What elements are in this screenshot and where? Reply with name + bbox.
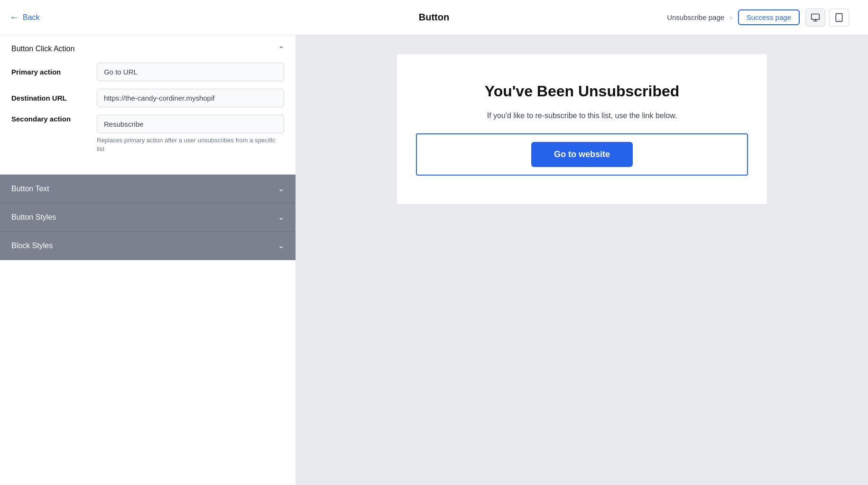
- nav-page-unsubscribe[interactable]: Unsubscribe page: [667, 13, 724, 21]
- preview-subtext: If you'd like to re-subscribe to this li…: [487, 112, 677, 120]
- primary-action-input[interactable]: [97, 63, 284, 81]
- tablet-icon: [834, 13, 844, 22]
- desktop-view-button[interactable]: [805, 9, 825, 27]
- block-styles-chevron-icon: ⌄: [278, 241, 284, 250]
- primary-action-label: Primary action: [11, 68, 97, 76]
- nav-chevron-icon: ›: [730, 14, 732, 21]
- back-link[interactable]: Back: [23, 13, 40, 22]
- svg-rect-0: [812, 14, 820, 19]
- preview-heading: You've Been Unsubscribed: [485, 83, 680, 100]
- svg-rect-3: [836, 13, 842, 21]
- button-styles-chevron-icon: ⌄: [278, 213, 284, 222]
- preview-card: You've Been Unsubscribed If you'd like t…: [397, 54, 767, 204]
- button-text-section: Button Text ⌄: [0, 175, 295, 203]
- view-controls: [805, 9, 849, 27]
- button-click-action-header: Button Click Action ⌃: [11, 45, 284, 53]
- primary-action-row: Primary action: [11, 63, 284, 81]
- secondary-help-text: Replaces primary action after a user uns…: [97, 136, 284, 153]
- button-styles-title: Button Styles: [11, 213, 56, 222]
- button-click-action-section: Button Click Action ⌃ Primary action Des…: [0, 35, 295, 175]
- tablet-view-button[interactable]: [829, 9, 849, 27]
- block-styles-header[interactable]: Block Styles ⌄: [0, 232, 295, 260]
- nav-left: ← Back: [9, 12, 40, 23]
- left-panel: Button Click Action ⌃ Primary action Des…: [0, 35, 296, 485]
- button-styles-header[interactable]: Button Styles ⌄: [0, 203, 295, 231]
- collapse-icon[interactable]: ⌃: [278, 45, 284, 53]
- desktop-icon: [811, 13, 820, 22]
- page-title: Button: [419, 12, 449, 23]
- secondary-action-label: Secondary action: [11, 115, 97, 123]
- block-styles-title: Block Styles: [11, 242, 53, 250]
- button-text-header[interactable]: Button Text ⌄: [0, 175, 295, 203]
- nav-center: Unsubscribe page › Success page: [667, 9, 849, 27]
- button-text-title: Button Text: [11, 185, 49, 193]
- button-text-chevron-icon: ⌄: [278, 184, 284, 193]
- button-click-action-title: Button Click Action: [11, 45, 74, 53]
- button-styles-section: Button Styles ⌄: [0, 203, 295, 232]
- top-nav: ← Back Button Unsubscribe page › Success…: [0, 0, 868, 35]
- nav-page-success[interactable]: Success page: [738, 9, 800, 25]
- back-arrow-icon: ←: [9, 12, 19, 23]
- preview-button-wrapper: Go to website: [416, 133, 748, 176]
- destination-url-row: Destination URL: [11, 89, 284, 107]
- main-content: Button Click Action ⌃ Primary action Des…: [0, 35, 868, 485]
- secondary-action-input[interactable]: [97, 115, 284, 133]
- go-to-website-button[interactable]: Go to website: [531, 142, 633, 167]
- right-panel: You've Been Unsubscribed If you'd like t…: [296, 35, 868, 485]
- destination-url-input[interactable]: [97, 89, 284, 107]
- secondary-action-row: Secondary action Replaces primary action…: [11, 115, 284, 153]
- destination-url-label: Destination URL: [11, 94, 97, 102]
- secondary-action-wrapper: Replaces primary action after a user uns…: [97, 115, 284, 153]
- block-styles-section: Block Styles ⌄: [0, 232, 295, 260]
